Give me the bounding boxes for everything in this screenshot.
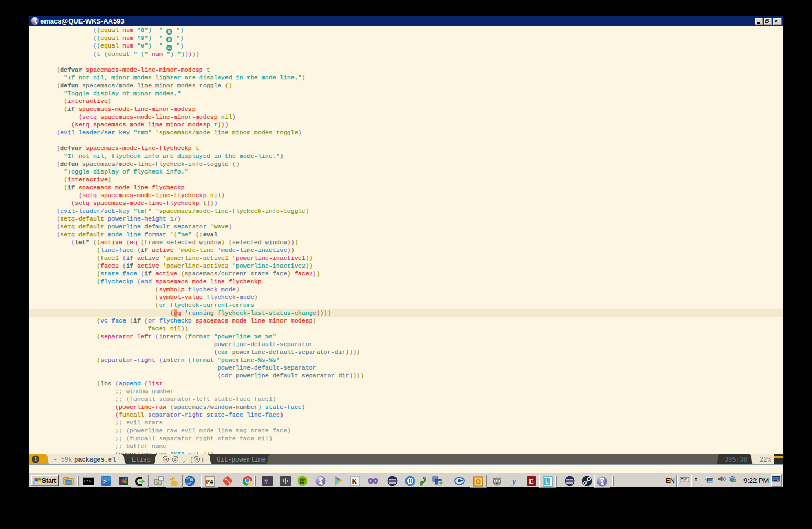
svg-text:E: E	[529, 477, 534, 485]
svg-text:- 59k: - 59k	[53, 456, 72, 464]
svg-text:(: (	[190, 456, 194, 464]
svg-text:P4: P4	[206, 478, 213, 486]
svg-text:K: K	[352, 478, 357, 486]
svg-text:A: A	[174, 457, 177, 462]
svg-text:Elisp: Elisp	[132, 456, 151, 464]
svg-text:1: 1	[34, 456, 37, 462]
svg-text:H: H	[164, 457, 167, 462]
svg-text:packages.el: packages.el	[74, 456, 116, 464]
svg-text:S: S	[195, 457, 198, 462]
svg-text:R: R	[409, 478, 413, 484]
svg-text:,: ,	[183, 456, 186, 464]
svg-text:C:\: C:\	[84, 479, 91, 484]
svg-text:395:38: 395:38	[725, 456, 747, 464]
svg-text:#: #	[264, 477, 268, 485]
svg-text:>: >	[103, 478, 106, 485]
svg-text:L: L	[545, 478, 549, 485]
svg-text:): )	[200, 456, 204, 464]
svg-text:22%: 22%	[760, 456, 771, 464]
svg-text:y: y	[511, 476, 516, 486]
svg-text:O: O	[476, 478, 481, 486]
svg-text:Git-powerline: Git-powerline	[217, 456, 266, 464]
